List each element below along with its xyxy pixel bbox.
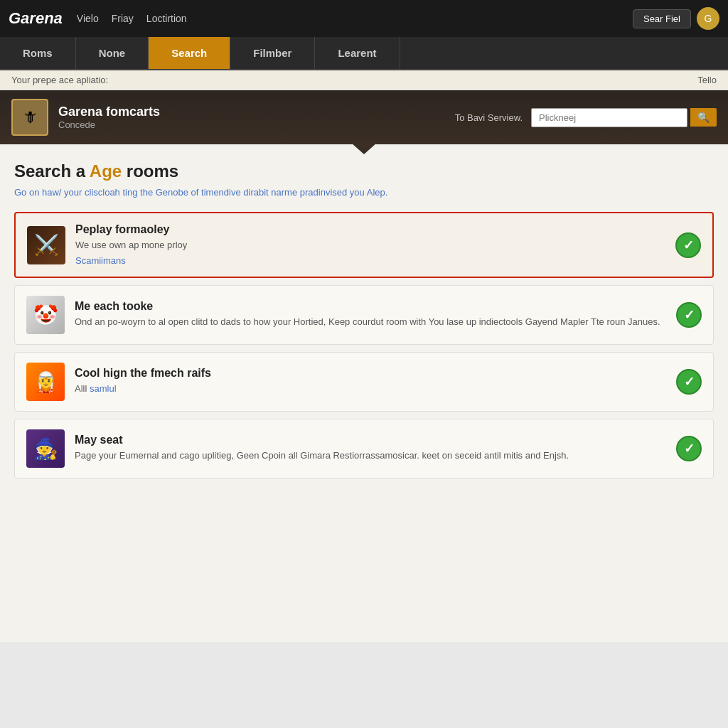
game-title: Garena fomcarts <box>58 105 445 119</box>
tab-bar: Roms None Search Filmber Learent <box>0 37 728 70</box>
app-logo: Garena <box>9 9 63 28</box>
check-button-3[interactable] <box>676 369 702 395</box>
room-list: ⚔️ Peplay formaoley We use own ap mone p… <box>14 212 714 478</box>
tab-learent[interactable]: Learent <box>315 37 400 69</box>
room-avatar-1: ⚔️ <box>27 226 65 264</box>
nav-link-friay[interactable]: Friay <box>112 13 134 24</box>
room-item[interactable]: 🧙 May seat Page your Eumernal and cago u… <box>14 419 714 478</box>
room-details-4: May seat Page your Eumernal and cago upl… <box>75 434 666 464</box>
heading-suffix: rooms <box>122 161 178 181</box>
tab-search[interactable]: Search <box>149 37 230 69</box>
banner-chevron <box>351 143 377 154</box>
tab-filmber[interactable]: Filmber <box>230 37 315 69</box>
room-name-4: May seat <box>75 434 666 446</box>
game-info: Garena fomcarts Concede <box>58 105 445 130</box>
notification-left: Your prepe ace apliatio: <box>11 75 108 85</box>
heading-highlight: Age <box>90 161 122 181</box>
game-banner: 🗡 Garena fomcarts Concede To Bavi Servie… <box>0 90 728 144</box>
main-content: Search a Age rooms Go on haw/ your clisc… <box>0 144 728 642</box>
room-item[interactable]: 🤡 Me each tooke Ond an po-woyrn to al op… <box>14 285 714 345</box>
nav-link-loctirtion[interactable]: Loctirtion <box>146 13 187 24</box>
room-desc-2: Ond an po-woyrn to al open clitd to dads… <box>75 316 666 328</box>
nav-links: Vielo Friay Loctirtion <box>77 13 633 24</box>
server-search-button[interactable]: 🔍 <box>690 108 717 127</box>
room-avatar-3: 🧝 <box>26 363 65 401</box>
room-name-1: Peplay formaoley <box>75 223 665 236</box>
room-avatar-2: 🤡 <box>26 296 65 334</box>
room-desc-1: We use own ap mone prloy <box>75 239 665 252</box>
server-search-input[interactable] <box>531 108 687 127</box>
tab-roms[interactable]: Roms <box>0 37 76 69</box>
room-name-2: Me each tooke <box>75 300 666 313</box>
room-details-1: Peplay formaoley We use own ap mone prlo… <box>75 223 665 267</box>
server-search-area: To Bavi Serview. 🔍 <box>455 108 717 127</box>
game-subtitle: Concede <box>58 119 445 130</box>
room-link-1[interactable]: Scamiimans <box>75 255 126 266</box>
room-item[interactable]: ⚔️ Peplay formaoley We use own ap mone p… <box>14 212 714 278</box>
server-label: To Bavi Serview. <box>455 112 523 123</box>
room-desc-3: Alll samlul <box>75 382 666 395</box>
room-item[interactable]: 🧝 Cool hign the fmech raifs Alll samlul <box>14 352 714 412</box>
nav-link-vielo[interactable]: Vielo <box>77 13 99 24</box>
room-details-3: Cool hign the fmech raifs Alll samlul <box>75 367 666 397</box>
check-button-1[interactable] <box>675 232 701 258</box>
room-name-3: Cool hign the fmech raifs <box>75 367 666 380</box>
room-link-3[interactable]: samlul <box>90 383 117 394</box>
room-desc-4: Page your Eumernal and cago uplitieg, Ge… <box>75 449 666 462</box>
room-details-2: Me each tooke Ond an po-woyrn to al open… <box>75 300 666 331</box>
check-button-2[interactable] <box>676 302 702 328</box>
top-navigation: Garena Vielo Friay Loctirtion Sear Fiel … <box>0 0 728 37</box>
search-field-button[interactable]: Sear Fiel <box>633 9 691 28</box>
user-avatar[interactable]: G <box>697 7 719 30</box>
page-description: Go on haw/ your cliscloah ting the Genob… <box>14 187 714 198</box>
page-heading: Search a Age rooms <box>14 161 714 181</box>
check-button-4[interactable] <box>676 436 702 461</box>
top-nav-right: Sear Fiel G <box>633 7 719 30</box>
heading-prefix: Search a <box>14 161 90 181</box>
game-icon: 🗡 <box>11 99 48 136</box>
notification-right: Tello <box>697 75 717 85</box>
tab-none[interactable]: None <box>76 37 149 69</box>
notification-bar: Your prepe ace apliatio: Tello <box>0 70 728 90</box>
room-avatar-4: 🧙 <box>26 429 65 468</box>
